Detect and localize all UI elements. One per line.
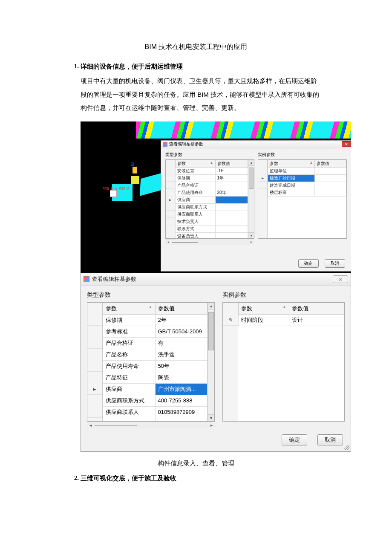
section-1-body: 项目中有大量的机电设备、阀门仪表、卫生器具等，量大且规格多样，在后期运维阶段的管… (81, 74, 322, 115)
close-button[interactable]: × (342, 141, 351, 147)
col-value[interactable]: 参数值 (155, 303, 208, 314)
horizontal-scrollbar[interactable]: ◂ ▸ (87, 422, 215, 428)
grid-row[interactable]: 楼层标高 (268, 189, 346, 196)
col-value[interactable]: 参数值 (289, 303, 344, 314)
sort-asc-icon[interactable]: ▲ (309, 161, 313, 165)
scroll-thumb[interactable] (249, 168, 254, 189)
cancel-button[interactable]: 取消 (325, 259, 345, 268)
arrow-label: 进 (131, 162, 135, 167)
grid-row[interactable]: 产品合格证有 (103, 337, 208, 349)
scroll-down-icon[interactable]: ▾ (208, 414, 214, 421)
vertical-scrollbar[interactable]: ▴ ▾ (248, 160, 254, 238)
grid-row[interactable]: 产品名称洗手盆 (103, 349, 208, 360)
edit-params-big-dialog[interactable]: 查看编辑柏慕参数 ⨉ 类型参数 ▸ 参数▲ 参数值 (81, 273, 351, 452)
section-2-heading: 三维可视化交底，便于施工及验收 (81, 474, 176, 483)
scroll-thumb[interactable] (208, 312, 214, 350)
grid-row-selected[interactable]: 建造开始日期 (268, 174, 346, 182)
section-2: 2. 三维可视化交底，便于施工及验收 (70, 474, 322, 483)
row-header-col: ▸ (166, 160, 175, 238)
hscroll-thumb[interactable] (95, 425, 137, 426)
instance-params-label: 实例参数 (258, 152, 347, 158)
section-1-number: 1. (70, 63, 81, 71)
grid-row[interactable]: 供应商联系人 (176, 211, 248, 218)
col-param[interactable]: 参数 (177, 161, 186, 166)
row-header-col: ▸ (87, 303, 103, 421)
scroll-down-icon[interactable]: ▾ (248, 232, 254, 238)
col-param[interactable]: 参数 (106, 305, 117, 312)
grid-row[interactable]: 保修期2年 (103, 314, 208, 326)
hscroll-thumb[interactable] (172, 242, 198, 243)
sort-asc-icon[interactable]: ▲ (210, 161, 213, 165)
vertical-scrollbar[interactable]: ▴ ▾ (208, 303, 214, 421)
grid-row[interactable]: 参考标准GB/T 50504-2009 (103, 326, 208, 337)
app-icon (163, 142, 167, 147)
grid-header-row[interactable]: 参数▲ 参数值 (176, 160, 248, 167)
ok-button[interactable]: 确定 (298, 259, 319, 268)
col-param[interactable]: 参数 (241, 305, 252, 312)
grid-header-row[interactable]: 参数▲ 参数值 (103, 303, 208, 314)
ok-button[interactable]: 确定 (282, 434, 307, 445)
grid-header-row[interactable]: 参数▲ 参数值 (239, 303, 344, 314)
mini-dialog-title: 查看编辑柏慕参数 (169, 141, 203, 147)
model-marker-1 (131, 176, 139, 184)
model-marker-2 (133, 167, 137, 173)
type-params-label: 类型参数 (165, 152, 254, 158)
row-header-col: ✎ (223, 303, 238, 421)
row-selected-marker: ▸ (258, 174, 267, 182)
grid-row[interactable]: 技术负责人 (176, 218, 248, 225)
row-selected-marker: ▸ (166, 196, 175, 203)
mini-dialog-titlebar[interactable]: 查看编辑柏慕参数 × (161, 141, 351, 148)
horizontal-scrollbar[interactable]: ◂ ▸ (165, 239, 254, 245)
row-selected-marker: ▸ (87, 383, 102, 395)
grid-row[interactable]: 设备负责人 (176, 232, 248, 238)
grid-row[interactable]: 时间阶段设计 (239, 314, 344, 326)
model-checkbox-icon (110, 190, 117, 197)
grid-row[interactable]: 供应商联系方式 (176, 203, 248, 211)
big-dialog-title: 查看编辑柏慕参数 (92, 275, 136, 283)
grid-row-selected[interactable]: 供应商 (176, 196, 248, 203)
big-dialog-titlebar[interactable]: 查看编辑柏慕参数 ⨉ (81, 273, 351, 286)
scroll-left-icon[interactable]: ◂ (165, 240, 171, 244)
resize-grip-icon[interactable] (344, 445, 349, 450)
grid-row[interactable]: 安装位置-1F (176, 167, 248, 174)
grid-row[interactable]: 产品使用寿命20年 (176, 189, 248, 196)
grid-row[interactable]: 产品使用寿命50年 (103, 360, 208, 372)
section-1-heading: 详细的设备信息，便于后期运维管理 (81, 63, 183, 71)
row-edit-marker: ✎ (223, 314, 238, 326)
section-2-number: 2. (70, 474, 81, 483)
instance-params-grid[interactable]: ✎ 参数▲ 参数值 时间阶段设计 (222, 302, 345, 422)
close-button[interactable]: ⨉ (333, 275, 348, 283)
grid-row[interactable]: 产品合格证 (176, 182, 248, 189)
grid-row[interactable]: 技术负责人李东 (103, 418, 208, 421)
grid-row[interactable]: 产品特征陶瓷 (103, 372, 208, 383)
app-icon (84, 276, 89, 282)
type-params-grid[interactable]: ▸ 参数▲ 参数值 保修期2年 参考标准GB/T 50504-2009 产品合格… (87, 302, 215, 422)
grid-row[interactable]: 保修期1年 (176, 174, 248, 182)
grid-row[interactable]: 供应商联系人010589872909 (103, 406, 208, 418)
section-1: 1. 详细的设备信息，便于后期运维管理 (70, 63, 322, 71)
grid-header-row[interactable]: 参数▲ 参数值 (268, 160, 346, 167)
col-param[interactable]: 参数 (270, 161, 278, 166)
model-ducts-top (136, 121, 351, 139)
grid-row[interactable]: 监理单位 (268, 167, 346, 174)
grid-row[interactable]: 联系方式 (176, 225, 248, 232)
col-value[interactable]: 参数值 (315, 160, 346, 167)
scroll-up-icon[interactable]: ▴ (248, 160, 254, 166)
figure-caption: 构件信息录入、查看、管理 (70, 460, 322, 468)
row-header-col: ▸ (258, 160, 268, 238)
sort-asc-icon[interactable]: ▲ (149, 305, 153, 309)
model-viewer[interactable]: 930.0 × 930.0 进 查看编辑柏慕参数 × 类型参数 ▸ (81, 121, 351, 273)
type-params-grid[interactable]: ▸ 参数▲ 参数值 安装位置-1F 保修期1年 产品合格证 产品使用 (165, 159, 254, 239)
grid-row-selected[interactable]: 供应商广州市派陶酒... (103, 383, 208, 395)
col-value[interactable]: 参数值 (215, 160, 248, 167)
scroll-right-icon[interactable]: ▸ (248, 240, 254, 244)
cancel-button[interactable]: 取消 (317, 434, 343, 445)
edit-params-mini-dialog[interactable]: 查看编辑柏慕参数 × 类型参数 ▸ 参数▲ (161, 140, 351, 272)
scroll-left-icon[interactable]: ◂ (87, 423, 94, 428)
grid-row[interactable]: 建造完成日期 (268, 182, 346, 189)
scroll-right-icon[interactable]: ▸ (208, 423, 215, 428)
grid-row[interactable]: 供应商联系方式400-7255-888 (103, 395, 208, 406)
sort-asc-icon[interactable]: ▲ (282, 305, 286, 309)
instance-params-grid[interactable]: ▸ 参数▲ 参数值 监理单位 建造开始日期 建造完成日期 楼层标高 (258, 159, 347, 239)
scroll-up-icon[interactable]: ▴ (208, 303, 214, 309)
